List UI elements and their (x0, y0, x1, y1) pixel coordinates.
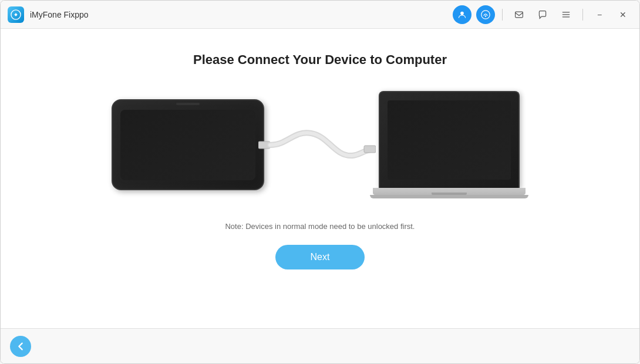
next-button[interactable]: Next (275, 245, 365, 269)
svg-point-2 (481, 10, 490, 18)
laptop-foot (370, 195, 528, 198)
note-text: Note: Devices in normal mode need to be … (225, 222, 415, 231)
svg-rect-9 (364, 146, 376, 153)
cable-illustration (258, 99, 376, 190)
chat-button[interactable] (533, 6, 552, 23)
app-window: iMyFone Fixppo (0, 0, 640, 364)
svg-point-3 (485, 15, 486, 16)
illustration-area (12, 91, 628, 198)
menu-button[interactable] (557, 6, 575, 23)
phone-illustration (112, 99, 264, 190)
laptop-base (373, 188, 526, 195)
separator2 (582, 9, 583, 21)
close-button[interactable]: ✕ (614, 6, 632, 23)
title-bar-left: iMyFone Fixppo (8, 6, 89, 23)
page-title: Please Connect Your Device to Computer (193, 52, 447, 68)
back-button[interactable] (10, 336, 31, 357)
title-bar-controls: − ✕ (453, 5, 632, 24)
minimize-button[interactable]: − (590, 6, 609, 23)
laptop-display (388, 100, 511, 180)
app-title: iMyFone Fixppo (30, 10, 89, 19)
upgrade-button[interactable] (476, 5, 495, 24)
laptop-screen-wrapper (379, 91, 520, 188)
svg-point-1 (460, 11, 464, 15)
laptop-screen (379, 91, 520, 188)
svg-rect-4 (516, 12, 523, 18)
app-icon (8, 6, 24, 23)
svg-rect-7 (562, 16, 570, 17)
mail-button[interactable] (510, 6, 528, 23)
bottom-bar (1, 328, 639, 363)
laptop-illustration (370, 91, 528, 198)
phone-screen (120, 110, 255, 180)
main-content: Please Connect Your Device to Computer (1, 29, 639, 328)
title-bar: iMyFone Fixppo (1, 1, 639, 29)
svg-rect-6 (562, 14, 570, 15)
phone (112, 99, 264, 190)
svg-rect-5 (562, 12, 570, 12)
user-account-button[interactable] (453, 5, 471, 24)
separator (502, 9, 503, 21)
